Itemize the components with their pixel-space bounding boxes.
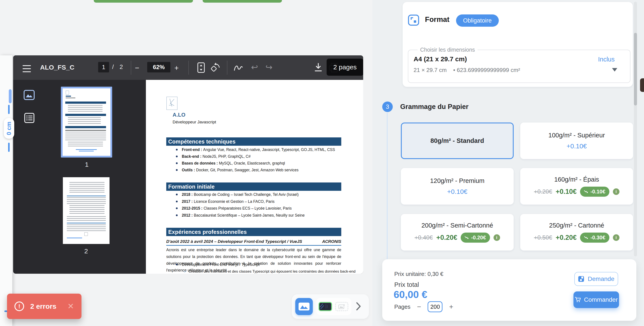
thumb-section-bar — [65, 114, 106, 116]
price-summary-panel: Prix unitaire: 0,30 € Prix total 60,00 €… — [382, 259, 636, 321]
info-icon[interactable]: i — [613, 188, 620, 195]
cv-bullet: 2017 :Licence Économie et Gestion – La F… — [176, 199, 339, 204]
discount-pill: -0.10€ — [580, 187, 609, 197]
toolbar-divider — [131, 61, 131, 75]
option-new-price: +0.10€ — [556, 188, 577, 196]
thumbnail-label-2: 2 — [80, 247, 93, 255]
format-title: Format — [425, 15, 450, 24]
pdf-toolbar: ALO_FS_C 1 / 2 − 62% + ↩ ↪ — [13, 55, 363, 80]
unit-price: Prix unitaire: 0,30 € — [394, 271, 443, 277]
demande-label: Demande — [588, 276, 614, 283]
top-action-button-right[interactable] — [202, 0, 282, 3]
option-title: 200g/m² - Semi-Cartonné — [422, 222, 493, 229]
dimensions-fieldset[interactable]: Choisir les dimensions A4 (21 x 29.7 cm)… — [408, 50, 630, 83]
demande-button[interactable]: Demande — [574, 272, 618, 286]
fit-page-icon[interactable] — [197, 62, 206, 73]
thumb-footer-mark — [84, 232, 88, 236]
option-title: 160g/m² - Épais — [554, 176, 599, 183]
thumb-lines — [67, 197, 106, 204]
thumb-role-line — [66, 98, 75, 98]
cv-job-company: ACRONIS — [322, 239, 341, 244]
pages-tooltip: 2 pages — [326, 59, 363, 76]
paper-option-200g[interactable]: 200g/m² - Semi-Cartonné +0.40€ +0.20€ -0… — [401, 214, 514, 251]
redo-icon[interactable]: ↪ — [266, 62, 272, 72]
cv-job-header: D'août 2022 à avril 2024 – Développeur F… — [166, 239, 341, 246]
commander-button[interactable]: Commander — [574, 292, 619, 308]
cv-bullet: 2012-2015 :Classes Préparatoires ECS – L… — [176, 206, 339, 211]
zoom-in-button[interactable]: + — [174, 64, 179, 72]
option-title: 80g/m² - Standard — [430, 137, 484, 144]
undo-icon[interactable]: ↩ — [251, 62, 258, 72]
add-background-button[interactable] — [335, 302, 348, 311]
thumb-logo — [66, 91, 69, 95]
active-tab-indicator — [9, 89, 12, 103]
thumb-lines — [68, 142, 103, 147]
cv-bullet: 2018 :Bootcamp de Coding – Israel Tech C… — [176, 192, 339, 197]
ruler-mark — [8, 105, 10, 114]
option-price: +0.10€ — [566, 143, 587, 150]
cv-section-title: Formation initiale — [166, 182, 341, 191]
ruler-label: 0 cm — [6, 122, 12, 135]
thumb-lines — [68, 117, 101, 125]
image-icon — [298, 302, 310, 311]
step-number-badge: 3 — [382, 102, 393, 112]
info-icon[interactable]: i — [613, 234, 620, 241]
ruler-mark — [8, 143, 10, 152]
paper-option-120g[interactable]: 120g/m² - Premium +0.10€ — [401, 168, 514, 205]
info-icon[interactable]: i — [494, 234, 500, 241]
error-toast-message: 2 errors — [30, 302, 68, 311]
document-title: ALO_FS_C — [40, 64, 74, 71]
cart-icon — [575, 297, 581, 303]
cv-bullet: Développement Front-End Vue.js / TypeScr… — [176, 262, 339, 267]
download-icon[interactable] — [314, 63, 323, 73]
cv-role: Développeur Javascript — [172, 120, 216, 125]
pages-input[interactable] — [428, 301, 442, 312]
pdf-viewer: ALO_FS_C 1 / 2 − 62% + ↩ ↪ — [13, 55, 363, 274]
option-title: 120g/m² - Premium — [430, 177, 484, 184]
paper-option-80g[interactable]: 80g/m² - Standard — [401, 123, 514, 159]
save-icon — [578, 276, 584, 282]
zoom-level[interactable]: 62% — [147, 62, 170, 72]
outline-view-icon[interactable] — [23, 112, 36, 125]
total-price-value: 60,00 € — [394, 289, 427, 300]
top-action-button-left[interactable] — [94, 0, 193, 3]
included-label: Inclus — [598, 56, 615, 63]
thumbnails-view-icon[interactable] — [23, 89, 36, 102]
panel-scrollbar-thumb[interactable] — [634, 33, 637, 105]
paper-option-100g[interactable]: 100g/m² - Supérieur +0.10€ — [520, 123, 633, 159]
trend-down-icon — [584, 236, 588, 239]
zoom-out-button[interactable]: − — [135, 64, 139, 72]
rotate-icon[interactable] — [210, 62, 221, 73]
trend-down-icon — [464, 236, 469, 239]
page-separator: / — [112, 64, 114, 70]
paper-option-160g[interactable]: 160g/m² - Épais +0.20€ +0.10€ -0.10€ i — [520, 168, 633, 205]
format-details: 21 × 29.7 cm • 623.6999999999999 cm² — [414, 67, 520, 74]
menu-icon[interactable] — [22, 64, 31, 73]
ruler-origin-pill[interactable]: 0 cm — [4, 118, 14, 139]
chevron-down-icon[interactable] — [612, 68, 617, 72]
pages-increment-button[interactable]: + — [448, 303, 454, 311]
pages-decrement-button[interactable]: − — [416, 303, 422, 311]
thumbnail-page-1[interactable] — [61, 87, 112, 158]
grammage-title: Grammage du Papier — [400, 103, 468, 111]
thumbnail-page-2[interactable] — [63, 177, 110, 244]
option-price: +0.10€ — [447, 188, 468, 195]
format-icon — [408, 14, 419, 27]
selected-background-thumbnail[interactable] — [318, 302, 332, 311]
pages-stepper: Pages − + — [394, 301, 454, 312]
add-image-icon — [338, 304, 345, 309]
thumb-lines — [67, 224, 106, 231]
background-selector-bar — [292, 294, 369, 319]
document-page: A.LO Développeur Javascript Compétences … — [146, 80, 363, 274]
close-icon[interactable]: ✕ — [68, 302, 74, 311]
cv-bullet: Outils :Docker, Git, Postman, Swagger, J… — [176, 168, 339, 172]
page-number-input[interactable]: 1 — [98, 62, 109, 72]
next-backgrounds-chevron[interactable] — [356, 302, 362, 312]
draw-annotation-icon[interactable] — [233, 63, 244, 72]
image-mode-button[interactable] — [295, 298, 313, 315]
thumb-lines — [70, 182, 104, 193]
toolbar-divider — [188, 61, 189, 75]
commander-label: Commander — [584, 296, 618, 303]
cv-bullet: Bases de données :MySQL, Oracle, Elastic… — [176, 161, 339, 166]
paper-option-250g[interactable]: 250g/m² - Cartonné +0.50€ +0.20€ -0.30€ … — [520, 214, 633, 251]
